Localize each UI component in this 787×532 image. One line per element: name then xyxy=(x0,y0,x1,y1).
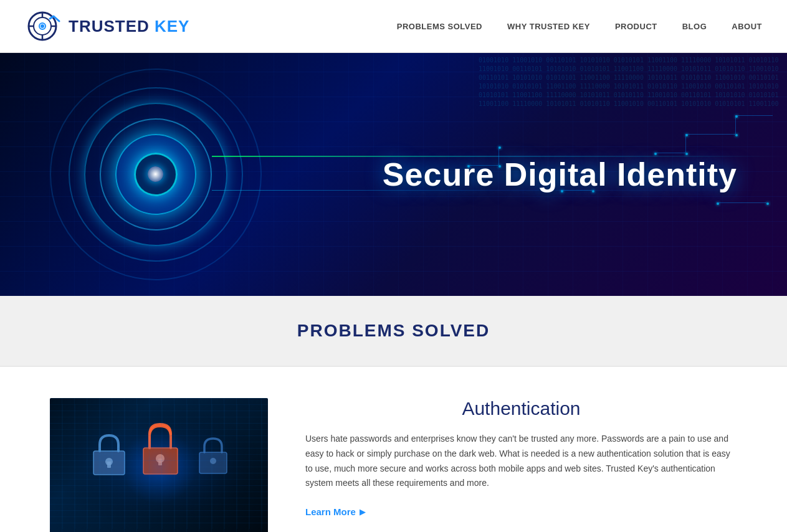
nav-why-trusted-key[interactable]: WHY TRUSTED KEY xyxy=(507,22,590,31)
logo[interactable]: TRUSTED KEY xyxy=(25,7,189,45)
circuit-line xyxy=(735,115,736,134)
circuit-line xyxy=(654,153,685,153)
circuit-line xyxy=(717,202,766,203)
nav-product[interactable]: PRODUCT xyxy=(615,22,657,31)
authentication-content: Authentication Users hate passwords and … xyxy=(305,398,737,518)
svg-point-6 xyxy=(41,24,44,28)
main-nav: PROBLEMS SOLVED WHY TRUSTED KEY PRODUCT … xyxy=(397,22,762,31)
authentication-description: Users hate passwords and enterprises kno… xyxy=(305,432,737,491)
circuit-dot xyxy=(735,134,738,136)
authentication-title: Authentication xyxy=(305,398,737,419)
arrow-right-icon: ▶ xyxy=(360,508,365,516)
circuit-line xyxy=(685,134,686,153)
nav-problems-solved[interactable]: PROBLEMS SOLVED xyxy=(397,22,482,31)
hero-text-area: Secure Digital Identity xyxy=(383,155,737,194)
logo-text: TRUSTED KEY xyxy=(69,17,189,36)
authentication-image xyxy=(50,398,268,532)
problems-solved-title: PROBLEMS SOLVED xyxy=(12,321,775,341)
problems-solved-section: PROBLEMS SOLVED xyxy=(0,296,787,366)
circuit-dot xyxy=(766,202,769,205)
header: TRUSTED KEY PROBLEMS SOLVED WHY TRUSTED … xyxy=(0,0,787,53)
image-glow xyxy=(122,429,196,504)
learn-more-link[interactable]: Learn More ▶ xyxy=(305,506,365,517)
nav-blog[interactable]: BLOG xyxy=(682,22,707,31)
circuit-line xyxy=(735,115,773,116)
circuit-line xyxy=(685,134,735,135)
nav-about[interactable]: ABOUT xyxy=(732,22,762,31)
learn-more-label: Learn More xyxy=(305,506,356,517)
logo-icon xyxy=(25,7,62,45)
hero-title: Secure Digital Identity xyxy=(383,155,737,194)
authentication-section: Authentication Users hate passwords and … xyxy=(0,367,787,532)
hero-banner: 01001010 11001010 00110101 10101010 0101… xyxy=(0,53,787,296)
